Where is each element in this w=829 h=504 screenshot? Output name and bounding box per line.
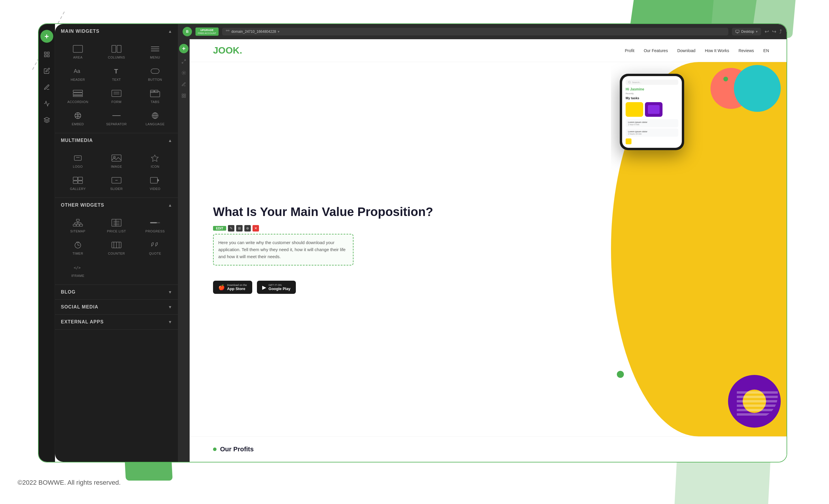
external-apps-section: EXTERNAL APPS ▼	[55, 315, 178, 330]
svg-rect-18	[112, 90, 121, 97]
nav-how-it-works[interactable]: How It Works	[705, 48, 729, 53]
widget-slider[interactable]: SLIDER	[98, 173, 135, 193]
nav-language[interactable]: EN	[763, 48, 769, 53]
google-play-button[interactable]: ▶ GET IT ON Google Play	[257, 281, 296, 294]
multimedia-header[interactable]: MULTIMEDIA ▲	[55, 133, 178, 148]
nav-features[interactable]: Our Features	[644, 48, 668, 53]
widget-price-list[interactable]: PRICE LIST	[98, 215, 135, 235]
widget-counter[interactable]: COUNTER	[98, 238, 135, 258]
main-widgets-header[interactable]: MAIN WIDGETS ▲	[55, 24, 178, 39]
browser-logo: B	[183, 27, 192, 36]
widget-columns[interactable]: COLUMNS	[98, 42, 135, 62]
text-icon: T	[111, 66, 122, 76]
edit-close-icon[interactable]: ✕	[253, 225, 259, 231]
widget-sitemap[interactable]: SITEMAP	[60, 215, 96, 235]
shape-small-green-dot	[723, 77, 728, 81]
redo-icon[interactable]: ↪	[772, 28, 776, 35]
edit-badge[interactable]: EDIT	[213, 226, 226, 230]
profits-dot	[213, 447, 217, 451]
widget-area[interactable]: AREA	[60, 42, 96, 62]
app-store-button[interactable]: 🍎 Download on the App Store	[213, 281, 252, 294]
svg-marker-5	[44, 117, 49, 120]
url-dropdown[interactable]: ▾	[278, 30, 280, 34]
progress-label: PROGRESS	[145, 229, 165, 233]
share-icon[interactable]: ⤴	[779, 29, 782, 35]
nav-download[interactable]: Download	[677, 48, 695, 53]
preview-icon-4[interactable]	[181, 94, 186, 99]
widget-separator[interactable]: SEPARATOR	[98, 108, 135, 128]
sidebar-wrapper: + MAIN WIDGET	[39, 24, 178, 462]
svg-rect-37	[73, 181, 77, 183]
social-media-header[interactable]: SOCIAL MEDIA ▼	[55, 300, 178, 314]
svg-rect-2	[47, 52, 49, 54]
hero-description[interactable]: Here you can write why the customer shou…	[213, 234, 354, 265]
svg-rect-79	[184, 96, 185, 98]
widget-menu[interactable]: MENU	[137, 42, 173, 62]
hero-title: What Is Your Main Value Proposition?	[213, 205, 593, 219]
columns-icon	[111, 44, 122, 54]
widget-accordion[interactable]: ACCORDION	[60, 86, 96, 106]
svg-rect-43	[76, 219, 79, 221]
url-bar[interactable]: domain_24710_1664804228 ▾	[222, 28, 728, 35]
widget-logo[interactable]: LOGO	[60, 151, 96, 171]
area-icon	[72, 44, 84, 54]
hero-section: What Is Your Main Value Proposition? EDI…	[190, 62, 787, 436]
widget-gallery[interactable]: GALLERY	[60, 173, 96, 193]
widget-form[interactable]: FORM	[98, 86, 135, 106]
slider-label: SLIDER	[110, 187, 123, 190]
sitemap-icon	[72, 218, 84, 228]
preview-icon-1[interactable]	[181, 59, 186, 65]
pen-icon[interactable]	[42, 82, 51, 92]
preview-icon-3[interactable]	[181, 82, 186, 87]
edit-settings-icon[interactable]: ⊞	[236, 225, 243, 231]
widget-iframe[interactable]: </> IFRAME	[60, 260, 96, 280]
pages-icon[interactable]	[42, 50, 51, 59]
widget-language[interactable]: LANGUAGE	[137, 108, 173, 128]
logo-icon	[72, 153, 84, 163]
widget-embed[interactable]: EMBED	[60, 108, 96, 128]
widget-video[interactable]: VIDEO	[137, 173, 173, 193]
edit-pencil-icon[interactable]: ✎	[228, 225, 235, 231]
edit-move-icon[interactable]: ⊕	[244, 225, 251, 231]
counter-label: COUNTER	[108, 252, 125, 255]
widget-timer[interactable]: TIMER	[60, 238, 96, 258]
widget-icon-item[interactable]: ICON	[137, 151, 173, 171]
svg-rect-15	[73, 90, 82, 92]
price-list-label: PRICE LIST	[107, 229, 126, 233]
widget-text[interactable]: T TEXT	[98, 64, 135, 84]
external-apps-header[interactable]: EXTERNAL APPS ▼	[55, 315, 178, 329]
svg-rect-68	[226, 30, 227, 31]
chart-icon[interactable]	[42, 99, 51, 108]
slider-icon	[111, 175, 122, 185]
phone-frame: Search... Hi Jasmine Recently My tasks	[620, 74, 684, 150]
counter-icon	[111, 240, 122, 250]
area-label: AREA	[73, 56, 82, 59]
other-widgets-header[interactable]: OTHER WIDGETS ▲	[55, 198, 178, 213]
main-widgets-section: MAIN WIDGETS ▲ AREA	[55, 24, 178, 133]
device-selector[interactable]: Desktop ▾	[732, 28, 761, 35]
svg-point-75	[183, 72, 184, 73]
edit-icon[interactable]	[42, 66, 51, 75]
phone-search: Search...	[626, 80, 678, 85]
layers-icon[interactable]	[42, 115, 51, 125]
widget-tabs[interactable]: TABS	[137, 86, 173, 106]
widget-quote[interactable]: QUOTE	[137, 238, 173, 258]
widget-progress[interactable]: PROGRESS	[137, 215, 173, 235]
svg-rect-41	[150, 177, 157, 183]
other-widgets-section: OTHER WIDGETS ▲ SITEMAP	[55, 198, 178, 285]
add-element-button[interactable]: +	[40, 30, 53, 43]
phone-search-placeholder: Search...	[632, 81, 641, 84]
logo-label: LOGO	[73, 165, 83, 168]
widget-button[interactable]: BUTTON	[137, 64, 173, 84]
preview-add-btn[interactable]: +	[179, 44, 188, 53]
widget-header[interactable]: Aa HEADER	[60, 64, 96, 84]
undo-icon[interactable]: ↩	[765, 28, 769, 35]
upgrade-badge[interactable]: UPGRADE FREE ACCOUNT	[195, 28, 219, 36]
widget-image[interactable]: IMAGE	[98, 151, 135, 171]
device-dropdown[interactable]: ▾	[756, 30, 758, 34]
nav-reviews[interactable]: Reviews	[738, 48, 754, 53]
preview-icon-2[interactable]	[181, 71, 186, 76]
form-label: FORM	[111, 100, 121, 104]
nav-profit[interactable]: Profit	[625, 48, 635, 53]
blog-header[interactable]: BLOG ▼	[55, 285, 178, 299]
